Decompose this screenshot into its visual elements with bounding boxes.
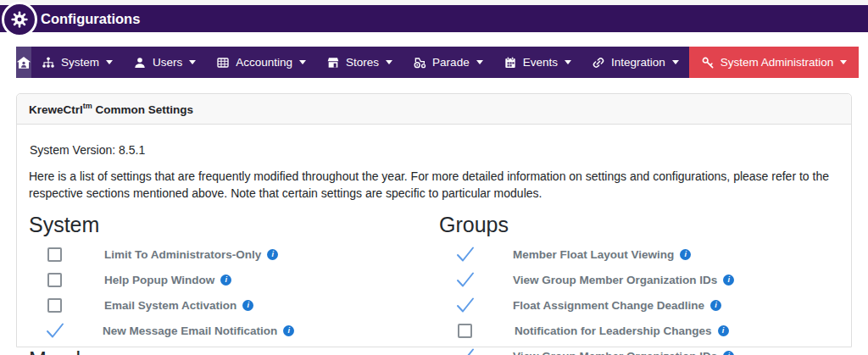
nav-item-system-administration[interactable]: System Administration — [689, 47, 860, 78]
setting-row: Email System Activationi — [29, 292, 434, 318]
info-icon[interactable]: i — [283, 325, 294, 336]
nav-item-label: Accounting — [236, 56, 292, 69]
nav-item-events[interactable]: Events — [493, 47, 581, 78]
tractor-icon — [413, 56, 426, 69]
setting-row: Help Popup Windowi — [29, 267, 434, 292]
checkbox-unchecked[interactable] — [47, 247, 62, 262]
setting-row: View Group Member Organization IDsi — [439, 267, 839, 292]
column-right: GroupsMember Float Layout ViewingiView G… — [434, 208, 839, 355]
setting-label: View Group Member Organization IDs — [513, 274, 717, 286]
setting-label: View Group Member Organization IDs — [513, 350, 717, 355]
caret-down-icon — [299, 60, 306, 64]
card-title-rest: Common Settings — [92, 103, 193, 116]
setting-row: New Message Email Notificationi — [29, 318, 434, 343]
card-title-tm: tm — [83, 102, 92, 110]
setting-row: Limit To Administrators-Onlyi — [29, 241, 434, 267]
nav-item-label: Users — [153, 56, 182, 69]
caret-down-icon — [565, 60, 571, 64]
info-icon[interactable]: i — [242, 300, 253, 311]
store-icon — [326, 56, 340, 69]
nav-home-button[interactable] — [16, 47, 31, 78]
checkbox-checked[interactable] — [47, 323, 63, 338]
caret-down-icon — [189, 60, 196, 64]
setting-label: Float Assignment Change Deadline — [513, 299, 704, 312]
info-icon[interactable]: i — [723, 275, 734, 286]
info-icon[interactable]: i — [680, 249, 691, 260]
user-icon — [133, 56, 147, 69]
info-icon[interactable]: i — [723, 351, 734, 355]
card-title-brand: KreweCtrl — [29, 103, 83, 116]
nav-item-integration[interactable]: Integration — [581, 47, 689, 78]
setting-label: New Message Email Notification — [103, 324, 277, 337]
setting-row: Member Float Layout Viewingi — [439, 241, 839, 267]
section-heading-members: Members — [29, 347, 434, 355]
checkbox-unchecked[interactable] — [458, 324, 472, 338]
setting-row: Float Assignment Change Deadlinei — [439, 292, 839, 318]
card-body: System Version: 8.5.1 Here is a list of … — [17, 125, 851, 355]
common-settings-card: KreweCtrltm Common Settings System Versi… — [16, 93, 852, 347]
home-icon — [16, 55, 31, 70]
sitemap-icon — [42, 56, 55, 69]
setting-label: Limit To Administrators-Only — [104, 248, 261, 261]
setting-label: Help Popup Window — [104, 274, 214, 286]
card-header: KreweCtrltm Common Settings — [17, 94, 851, 125]
nav-items: SystemUsersAccountingStoresParadeEventsI… — [31, 47, 859, 78]
info-icon[interactable]: i — [710, 300, 721, 311]
nav-item-users[interactable]: Users — [123, 47, 206, 78]
checkbox-unchecked[interactable] — [47, 273, 62, 287]
info-icon[interactable]: i — [267, 249, 278, 260]
caret-down-icon — [672, 60, 679, 64]
nav-item-system[interactable]: System — [31, 47, 123, 78]
gear-badge[interactable] — [2, 2, 37, 37]
column-left: SystemLimit To Administrators-OnlyiHelp … — [29, 208, 434, 355]
setting-label: Notification for Leadership Changes — [515, 324, 712, 337]
nav-item-stores[interactable]: Stores — [316, 47, 403, 78]
setting-label: Member Float Layout Viewing — [513, 248, 674, 261]
nav-item-label: Integration — [611, 56, 665, 69]
nav-item-label: Parade — [432, 56, 470, 69]
caret-down-icon — [106, 60, 113, 64]
checkbox-checked[interactable] — [458, 272, 473, 287]
caret-down-icon — [386, 60, 392, 64]
nav-item-parade[interactable]: Parade — [403, 47, 493, 78]
calendar-icon — [504, 56, 517, 69]
main-navbar: SystemUsersAccountingStoresParadeEventsI… — [16, 47, 852, 78]
section-heading-system: System — [29, 213, 434, 237]
link-icon — [592, 56, 605, 69]
setting-row: Notification for Leadership Changesi — [439, 318, 839, 343]
nav-item-label: Stores — [346, 56, 379, 69]
section-heading-groups: Groups — [439, 213, 839, 237]
nav-item-label: System Administration — [721, 56, 834, 69]
gear-icon — [10, 10, 29, 29]
checkbox-checked[interactable] — [458, 297, 473, 313]
checkbox-checked[interactable] — [458, 247, 473, 262]
system-version: System Version: 8.5.1 — [30, 143, 839, 157]
caret-down-icon — [840, 60, 847, 64]
page-header: Configurations — [0, 5, 868, 32]
page-title: Configurations — [41, 11, 140, 27]
settings-description: Here is a list of settings that are freq… — [29, 168, 839, 202]
nav-item-label: Events — [523, 56, 558, 69]
setting-row: View Group Member Organization IDsi — [439, 343, 839, 355]
key-icon — [701, 56, 715, 69]
info-icon[interactable]: i — [220, 275, 231, 286]
nav-item-label: System — [61, 56, 99, 69]
table-icon — [216, 56, 230, 69]
info-icon[interactable]: i — [718, 325, 729, 336]
settings-columns: SystemLimit To Administrators-OnlyiHelp … — [29, 208, 839, 355]
setting-label: Email System Activation — [104, 299, 236, 312]
checkbox-unchecked[interactable] — [47, 298, 62, 313]
caret-down-icon — [476, 60, 483, 64]
nav-item-accounting[interactable]: Accounting — [206, 47, 316, 78]
checkbox-checked[interactable] — [458, 348, 473, 355]
